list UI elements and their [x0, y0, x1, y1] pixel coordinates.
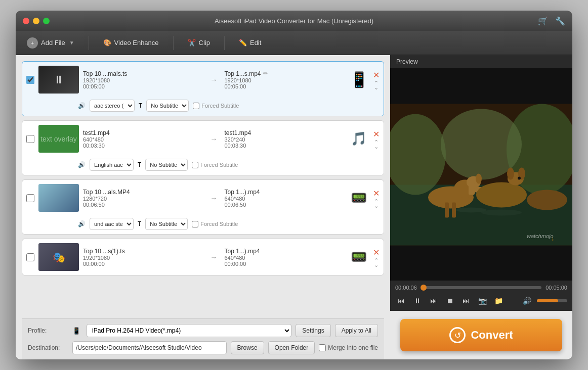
filename-src-2: test1.mp4 — [83, 129, 203, 136]
toolbar-sep-2 — [173, 36, 174, 50]
audio-select-3[interactable]: und aac ste — [90, 218, 134, 230]
screenshot-button[interactable]: 📷 — [476, 295, 488, 307]
maximize-button[interactable] — [43, 18, 50, 24]
audio-select-2[interactable]: English aac — [90, 159, 134, 171]
audio-icon-1: 🔊 — [78, 102, 86, 109]
profile-device-icon: 📱 — [72, 327, 80, 335]
resolution-dst-1: 1920*1080 — [225, 77, 345, 83]
clip-label: Clip — [199, 39, 210, 47]
apply-to-all-button[interactable]: Apply to All — [335, 324, 378, 337]
settings-button[interactable]: Settings — [296, 324, 330, 337]
preview-controls: 00:00:06 00:05:00 ⏮ ⏸ ⏭ ⏹ ⏭ 📷 📁 — [390, 281, 572, 311]
file-thumbnail-2: text overlay — [38, 125, 79, 153]
clip-button[interactable]: ✂️ Clip — [184, 37, 214, 49]
play-pause-button[interactable]: ⏸ — [411, 295, 424, 307]
edit-icon: ✏️ — [239, 39, 247, 47]
progress-bar[interactable] — [421, 286, 541, 289]
cart-icon[interactable]: 🛒 — [538, 16, 548, 26]
file-item-sub-3: 🔊 und aac ste T No Subtitle Forced Subti… — [22, 216, 384, 234]
toolbar: + Add File ▼ 🎨 Video Enhance ✂️ Clip ✏️ … — [16, 31, 572, 55]
resolution-dst-3: 640*480 — [225, 196, 345, 202]
app-window: Aiseesoft iPad Video Converter for Mac (… — [16, 11, 572, 359]
clip-icon: ✂️ — [188, 39, 196, 47]
forced-subtitle-2: Forced Subtitle — [192, 162, 238, 168]
file-info-dst-2: test1.mp4 320*240 00:03:30 — [225, 129, 345, 149]
file-checkbox-2[interactable] — [26, 135, 34, 143]
subtitle-icon-1: T — [139, 102, 142, 109]
device-icon-2: 🎵 — [349, 126, 369, 152]
file-item-2: text overlay test1.mp4 640*480 00:03:30 … — [22, 120, 384, 175]
open-folder-button[interactable]: Open Folder — [268, 341, 315, 354]
svg-point-18 — [518, 177, 521, 180]
file-checkbox-1[interactable] — [26, 76, 34, 84]
resolution-dst-4: 640*480 — [225, 255, 345, 261]
preview-video: watchmojo ↓ — [390, 69, 572, 281]
file-thumbnail-1: ⏸ — [38, 66, 79, 94]
duration-src-3: 00:06:50 — [83, 202, 203, 208]
volume-bar[interactable] — [537, 299, 567, 302]
forced-subtitle-1: Forced Subtitle — [193, 103, 239, 109]
filename-dst-4: Top 1...).mp4 — [225, 248, 345, 255]
filename-src-4: Top 10 ...s(1).ts — [83, 248, 203, 255]
file-checkbox-3[interactable] — [26, 194, 34, 202]
file-info-dst-1: Top 1...s.mp4 ✏ 1920*1080 00:05:00 — [225, 70, 345, 89]
volume-fill — [537, 299, 558, 302]
browse-button[interactable]: Browse — [231, 341, 264, 354]
convert-button[interactable]: ↺ Convert — [400, 319, 562, 351]
file-expander-4[interactable]: ⌃⌄ — [374, 258, 379, 267]
merge-checkbox[interactable] — [319, 344, 326, 351]
minimize-button[interactable] — [33, 18, 39, 24]
folder-button[interactable]: 📁 — [492, 295, 505, 307]
filename-dst-1: Top 1...s.mp4 ✏ — [225, 70, 345, 77]
file-close-4[interactable]: ✕ — [373, 248, 380, 257]
subtitle-select-1[interactable]: No Subtitle — [146, 100, 189, 112]
forced-subtitle-3: Forced Subtitle — [192, 221, 238, 227]
file-item-sub-1: 🔊 aac stereo ( T No Subtitle Forced Subt… — [22, 98, 384, 116]
subtitle-icon-3: T — [138, 220, 141, 227]
forced-subtitle-cb-2[interactable] — [192, 162, 198, 168]
settings-icon[interactable]: 🔧 — [555, 16, 565, 26]
profile-row: Profile: 📱 iPad Pro H.264 HD Video(*.mp4… — [28, 324, 378, 337]
video-enhance-button[interactable]: 🎨 Video Enhance — [99, 37, 163, 49]
destination-label: Destination: — [28, 344, 68, 351]
skip-back-button[interactable]: ⏮ — [395, 295, 407, 307]
file-close-2[interactable]: ✕ — [373, 129, 380, 139]
audio-select-1[interactable]: aac stereo ( — [90, 100, 135, 112]
play-overlay-1: ⏸ — [38, 66, 79, 94]
file-expander-2[interactable]: ⌃⌄ — [374, 140, 379, 149]
stop-button[interactable]: ⏹ — [444, 295, 456, 307]
edit-button[interactable]: ✏️ Edit — [235, 37, 265, 49]
duration-dst-1: 00:05:00 — [225, 83, 345, 89]
progress-row: 00:00:06 00:05:00 — [395, 285, 567, 291]
destination-input[interactable]: /Users/pele/Documents/Aiseesoft Studio/V… — [72, 341, 227, 354]
file-close-3[interactable]: ✕ — [373, 189, 380, 198]
preview-header: Preview — [390, 55, 572, 69]
forced-subtitle-cb-1[interactable] — [193, 103, 199, 109]
time-current: 00:00:06 — [395, 285, 417, 291]
subtitle-select-3[interactable]: No Subtitle — [145, 218, 188, 230]
forced-subtitle-cb-3[interactable] — [192, 221, 198, 227]
convert-label: Convert — [471, 329, 513, 342]
duration-src-1: 00:05:00 — [83, 83, 203, 89]
duration-src-2: 00:03:30 — [83, 143, 203, 149]
fast-forward-button[interactable]: ⏭ — [428, 295, 440, 307]
controls-row: ⏮ ⏸ ⏭ ⏹ ⏭ 📷 📁 🔊 — [395, 295, 567, 307]
file-expander-3[interactable]: ⌃⌄ — [374, 199, 379, 208]
svg-point-16 — [507, 168, 514, 180]
file-close-1[interactable]: ✕ — [373, 70, 380, 80]
add-file-button[interactable]: + Add File ▼ — [23, 35, 78, 51]
edit-filename-icon-1[interactable]: ✏ — [263, 70, 268, 77]
volume-icon: 🔊 — [521, 295, 533, 307]
file-checkbox-4[interactable] — [26, 253, 34, 261]
profile-select[interactable]: iPad Pro H.264 HD Video(*.mp4) — [87, 324, 291, 337]
close-button[interactable] — [23, 18, 29, 24]
subtitle-select-2[interactable]: No Subtitle — [145, 159, 188, 171]
bottom-bar: Profile: 📱 iPad Pro H.264 HD Video(*.mp4… — [22, 318, 384, 359]
file-thumbnail-3 — [38, 184, 79, 212]
convert-icon: ↺ — [449, 327, 466, 343]
file-expander-1[interactable]: ⌃⌄ — [374, 81, 379, 90]
file-item-sub-2: 🔊 English aac T No Subtitle Forced Subti… — [22, 157, 384, 175]
video-enhance-icon: 🎨 — [103, 39, 111, 47]
skip-forward-button[interactable]: ⏭ — [460, 295, 472, 307]
file-arrow-2: → — [207, 135, 221, 143]
